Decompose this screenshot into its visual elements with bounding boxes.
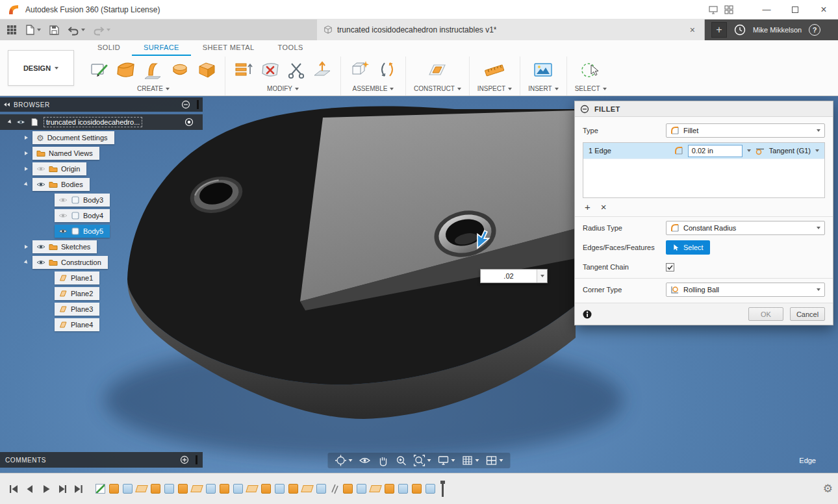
timeline-feature-icon[interactable]	[343, 484, 353, 494]
comments-bar[interactable]: COMMENTS	[0, 452, 203, 468]
timeline-feature-icon[interactable]	[275, 484, 285, 494]
timeline-feature-icon[interactable]	[369, 485, 382, 492]
job-status-clock-icon[interactable]	[734, 24, 746, 36]
redo-button[interactable]	[90, 21, 113, 38]
tab-sheet-metal[interactable]: SHEET METAL	[191, 40, 266, 56]
patch-icon[interactable]	[115, 59, 137, 81]
add-edge-set-button[interactable]: +	[585, 201, 590, 212]
measure-icon[interactable]	[484, 60, 505, 81]
continuity-dropdown-caret[interactable]	[815, 149, 819, 152]
zoom-button[interactable]	[394, 453, 409, 468]
dimension-value[interactable]: .02	[481, 272, 537, 280]
tab-surface[interactable]: SURFACE	[132, 40, 191, 56]
ok-button[interactable]: OK	[748, 307, 783, 321]
collapse-all-icon[interactable]	[181, 100, 190, 109]
browser-root-row[interactable]: truncated icosidodecahedro...	[0, 114, 203, 130]
workspace-selector[interactable]: DESIGN	[8, 50, 74, 86]
visibility-eye-icon[interactable]	[36, 259, 45, 266]
skip-to-end-button[interactable]	[70, 481, 86, 497]
tree-row-document-settings[interactable]: ⚙ Document Settings	[0, 130, 203, 145]
timeline-feature-icon[interactable]	[246, 485, 259, 492]
visibility-eye-icon[interactable]	[36, 244, 45, 250]
add-comment-icon[interactable]	[180, 455, 189, 464]
tree-row-origin[interactable]: Origin	[0, 161, 203, 177]
timeline-feature-icon[interactable]	[135, 485, 148, 492]
expand-icon[interactable]	[25, 167, 28, 171]
maximize-button[interactable]	[781, 0, 809, 19]
timeline-feature-icon[interactable]	[164, 484, 174, 494]
construct-plane-icon[interactable]	[427, 60, 448, 81]
timeline-feature-icon[interactable]	[233, 484, 243, 494]
insert-menu[interactable]: INSERT	[528, 85, 559, 92]
timeline-feature-icon[interactable]	[190, 485, 203, 492]
expand-icon[interactable]	[25, 245, 28, 249]
type-dropdown[interactable]: Fillet	[666, 123, 825, 138]
activate-radio-icon[interactable]	[184, 118, 194, 127]
timeline-feature-icon[interactable]	[301, 485, 314, 492]
step-forward-button[interactable]	[54, 481, 70, 497]
visibility-eye-icon[interactable]	[58, 212, 68, 219]
timeline-feature-icon[interactable]	[385, 484, 394, 494]
radius-value-input[interactable]: 0.02 in	[688, 145, 743, 157]
select-menu[interactable]: SELECT	[575, 85, 607, 92]
assemble-menu[interactable]: ASSEMBLE	[353, 85, 394, 92]
revolve-icon[interactable]	[170, 60, 190, 81]
select-icon[interactable]	[580, 60, 601, 81]
collapse-panel-icon[interactable]	[4, 103, 10, 107]
remove-edge-set-button[interactable]: ×	[601, 201, 607, 212]
expand-icon[interactable]	[25, 151, 28, 155]
inspect-menu[interactable]: INSPECT	[477, 85, 512, 92]
construct-menu[interactable]: CONSTRUCT	[414, 85, 461, 92]
display-settings-button[interactable]	[436, 453, 457, 468]
timeline-feature-icon[interactable]	[316, 484, 326, 494]
app-grid-button[interactable]	[4, 21, 19, 38]
desktop-connector-icon[interactable]	[708, 5, 718, 15]
create-menu[interactable]: CREATE	[137, 85, 170, 92]
tree-row-body3[interactable]: Body3	[0, 192, 203, 208]
tab-solid[interactable]: SOLID	[86, 40, 132, 56]
collapse-dialog-icon[interactable]	[580, 105, 589, 114]
select-button[interactable]: Select	[666, 240, 710, 255]
tab-tools[interactable]: TOOLS	[266, 40, 315, 56]
root-label[interactable]: truncated icosidodecahedro...	[44, 117, 142, 127]
expand-icon[interactable]	[8, 120, 13, 125]
info-icon[interactable]	[583, 310, 592, 319]
visibility-eye-icon[interactable]	[58, 197, 68, 203]
tree-row-sketches[interactable]: Sketches	[0, 239, 203, 255]
timeline-feature-icon[interactable]	[109, 484, 119, 494]
look-at-button[interactable]	[357, 453, 373, 468]
timeline-feature-icon[interactable]	[357, 484, 366, 494]
modify-menu[interactable]: MODIFY	[267, 85, 299, 92]
panel-grip[interactable]	[197, 100, 199, 109]
viewports-button[interactable]	[484, 453, 505, 468]
tree-row-plane4[interactable]: Plane4	[0, 317, 203, 333]
grid-snaps-button[interactable]	[460, 453, 481, 468]
timeline-feature-icon[interactable]	[288, 484, 298, 494]
timeline-feature-icon[interactable]	[206, 484, 216, 494]
tree-row-plane3[interactable]: Plane3	[0, 301, 203, 317]
expand-icon[interactable]	[24, 260, 29, 265]
help-button[interactable]: ?	[809, 24, 820, 36]
cancel-button[interactable]: Cancel	[790, 307, 825, 321]
reverse-normal-icon[interactable]	[312, 60, 333, 81]
timeline-feature-icon[interactable]	[123, 484, 133, 494]
timeline-feature-icon[interactable]	[178, 484, 188, 494]
create-sketch-icon[interactable]	[90, 60, 109, 80]
tree-row-plane1[interactable]: Plane1	[0, 270, 203, 286]
file-menu-button[interactable]	[21, 21, 44, 38]
undo-button[interactable]	[64, 21, 88, 38]
timeline-feature-icon[interactable]	[261, 484, 271, 494]
skip-to-start-button[interactable]	[5, 481, 21, 497]
save-button[interactable]	[45, 21, 62, 38]
user-name[interactable]: Mike Mikkelson	[753, 26, 802, 34]
pan-button[interactable]	[375, 453, 391, 468]
timeline-feature-icon[interactable]	[220, 484, 229, 494]
timeline-feature-icon[interactable]	[398, 484, 408, 494]
radius-type-dropdown[interactable]: Constant Radius	[666, 221, 825, 235]
orbit-button[interactable]	[333, 453, 355, 468]
tree-row-body4[interactable]: Body4	[0, 208, 203, 223]
radius-dropdown-caret[interactable]	[747, 149, 751, 152]
step-back-button[interactable]	[21, 481, 38, 497]
panel-grip[interactable]	[196, 455, 197, 464]
timeline-playhead[interactable]	[442, 481, 444, 497]
